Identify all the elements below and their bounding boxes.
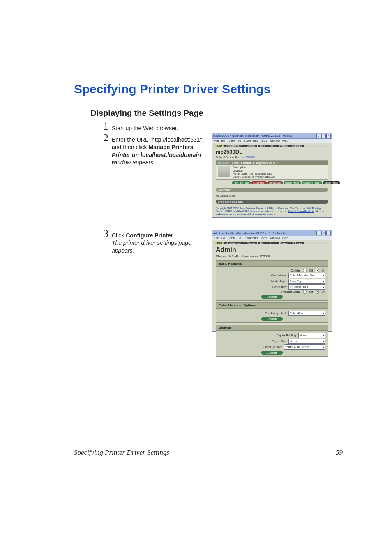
transmit-on-text: On bbox=[322, 290, 325, 293]
collate-on-text: On bbox=[322, 269, 325, 272]
chevron-down-icon: ▾ bbox=[323, 334, 324, 337]
menu-item[interactable]: Tools bbox=[261, 139, 267, 142]
cups-nav[interactable]: ESPAdministrationClassesHelpJobsPrinters… bbox=[215, 242, 329, 244]
window-controls[interactable]: _□× bbox=[316, 134, 331, 138]
chevron-down-icon: ▾ bbox=[323, 345, 324, 348]
printer-state: Printer State: Idle, accepting jobs. bbox=[233, 172, 275, 175]
step2-post: . bbox=[193, 144, 195, 150]
step-text: Start up the Web browser. bbox=[112, 121, 178, 132]
printer-action-button[interactable]: Configure Printer bbox=[302, 181, 322, 184]
media-type-select[interactable]: Plain Paper▾ bbox=[288, 279, 325, 284]
menu-item[interactable]: Window bbox=[270, 237, 280, 240]
printer-action-button[interactable]: Stop Printer bbox=[251, 181, 267, 184]
color-mode-row: Color Mode: Color Matching On▾ bbox=[219, 273, 325, 278]
continue-button[interactable]: Continue bbox=[261, 317, 283, 321]
menu-item[interactable]: File bbox=[214, 237, 219, 240]
default-dest-link[interactable]: mc2530DL bbox=[242, 156, 256, 159]
cups-nav-item[interactable]: Jobs bbox=[267, 242, 277, 244]
printer-action-buttons[interactable]: Print Test PageStop PrinterReject JobsMo… bbox=[232, 181, 328, 184]
printer-action-button[interactable]: Reject Jobs bbox=[267, 181, 283, 184]
media-type-label: Media Type: bbox=[271, 280, 287, 283]
page-number: 59 bbox=[336, 449, 343, 457]
paper-source-select[interactable]: Printer Auto Select▾ bbox=[284, 344, 325, 350]
resolution-select[interactable]: 1200x600 DPI▾ bbox=[288, 284, 325, 290]
default-dest-label: Default Destination: bbox=[216, 156, 242, 159]
transmit-on-radio[interactable] bbox=[316, 290, 319, 294]
copyright-link[interactable]: Easy Software Products bbox=[288, 210, 314, 212]
continue-button[interactable]: Continue bbox=[261, 295, 283, 299]
menu-item[interactable]: Window bbox=[270, 139, 280, 142]
paper-size-select[interactable]: Letter▾ bbox=[288, 339, 325, 344]
menu-item[interactable]: Bookmarks bbox=[244, 139, 258, 142]
admin-heading: Admin bbox=[216, 246, 328, 253]
browser-menubar[interactable]: FileEditViewGoBookmarksToolsWindowHelp bbox=[212, 139, 332, 143]
cups-nav-item[interactable]: Software bbox=[290, 145, 304, 147]
transmit-once-row: Transmit Once: Off On bbox=[219, 290, 325, 294]
color-matching-form: Rendering Intent: Saturation▾ Continue bbox=[216, 309, 328, 323]
rendering-intent-select[interactable]: Saturation▾ bbox=[288, 311, 325, 316]
step3-pre: Click bbox=[112, 232, 126, 239]
printer-action-button[interactable]: Modify Printer bbox=[284, 181, 301, 184]
menu-item[interactable]: Help bbox=[282, 139, 288, 142]
collate-on-radio[interactable] bbox=[316, 269, 319, 272]
printer-action-button[interactable]: Delete Printer bbox=[323, 181, 340, 184]
cups-nav-item[interactable]: Administration bbox=[224, 145, 244, 147]
menu-item[interactable]: View bbox=[228, 237, 235, 240]
cups-nav[interactable]: ESPAdministrationClassesHelpJobsPrinters… bbox=[215, 145, 329, 147]
step-3: 3 Click Configure Printer. The printer d… bbox=[99, 228, 206, 254]
cups-nav-item[interactable]: ESP bbox=[215, 242, 224, 244]
printer-description-label: Description: bbox=[233, 166, 275, 169]
cups-nav-item[interactable]: Classes bbox=[244, 145, 257, 147]
paper-size-label: Paper Size: bbox=[272, 340, 287, 343]
transmit-off-radio[interactable] bbox=[303, 290, 307, 294]
menu-item[interactable]: Tools bbox=[261, 237, 267, 240]
section-color-matching: Color Matching Options bbox=[216, 302, 328, 309]
color-mode-select[interactable]: Color Matching On▾ bbox=[288, 273, 325, 278]
menu-item[interactable]: File bbox=[214, 139, 219, 142]
section-general: General bbox=[216, 325, 328, 331]
continue-button[interactable]: Continue bbox=[261, 351, 283, 355]
collate-off-radio[interactable] bbox=[303, 269, 307, 272]
media-type-value: Plain Paper bbox=[290, 280, 304, 283]
browser-menubar[interactable]: FileEditViewGoBookmarksToolsWindowHelp bbox=[212, 236, 332, 240]
transmit-once-label: Transmit Once: bbox=[281, 290, 301, 293]
color-mode-value: Color Matching On bbox=[290, 274, 314, 277]
menu-item[interactable]: Help bbox=[282, 237, 288, 240]
banner-printer-link[interactable]: mc2530DL bbox=[218, 161, 231, 164]
banner-printer-rest: KONICA MINOLTA magicolor 2530 DL bbox=[231, 161, 279, 164]
step-number: 3 bbox=[99, 228, 108, 239]
cups-nav-item[interactable]: Printers bbox=[277, 145, 290, 147]
duplex-select[interactable]: None▾ bbox=[298, 333, 325, 338]
collate-off-text: Off bbox=[309, 269, 313, 272]
page-title: Specifying Printer Driver Settings bbox=[74, 82, 343, 96]
menu-item[interactable]: View bbox=[228, 139, 235, 142]
menu-item[interactable]: Go bbox=[237, 237, 241, 240]
menu-item[interactable]: Go bbox=[237, 139, 241, 142]
choose-default-options-text: Choose default options for mc2530DL. bbox=[216, 254, 328, 258]
printer-name-heading: mc2530DL bbox=[216, 149, 328, 155]
cups-nav-item[interactable]: Printers bbox=[277, 242, 290, 244]
rendering-intent-label: Rendering Intent: bbox=[265, 312, 287, 315]
cups-nav-item[interactable]: Help bbox=[258, 242, 267, 244]
menu-item[interactable]: Edit bbox=[221, 139, 226, 142]
cups-nav-item[interactable]: Jobs bbox=[267, 145, 277, 147]
cups-nav-item[interactable]: Help bbox=[258, 145, 267, 147]
chevron-down-icon: ▾ bbox=[323, 286, 324, 288]
printer-action-button[interactable]: Print Test Page bbox=[232, 181, 251, 184]
cups-nav-item[interactable]: Administration bbox=[224, 242, 244, 244]
menu-item[interactable]: Bookmarks bbox=[244, 237, 258, 240]
cups-nav-item[interactable]: ESP bbox=[215, 145, 224, 147]
show-completed-jobs-button[interactable]: Show Completed Jobs bbox=[216, 200, 328, 204]
step-text: Click Configure Printer. The printer dri… bbox=[112, 228, 206, 254]
cups-nav-item[interactable]: Software bbox=[290, 242, 304, 244]
chevron-down-icon: ▾ bbox=[323, 280, 324, 283]
window-controls[interactable]: _□× bbox=[316, 231, 331, 235]
cups-nav-item[interactable]: Classes bbox=[244, 242, 257, 244]
duplex-value: None bbox=[300, 334, 307, 337]
collate-row: Collate: Off On bbox=[219, 269, 325, 272]
menu-item[interactable]: Edit bbox=[221, 237, 226, 240]
add-printer-button[interactable]: Add Printer bbox=[216, 188, 328, 192]
printer-icon bbox=[218, 166, 230, 177]
paper-source-row: Paper Source: Printer Auto Select▾ bbox=[219, 344, 325, 350]
step2-bold: Manage Printers bbox=[149, 144, 194, 150]
